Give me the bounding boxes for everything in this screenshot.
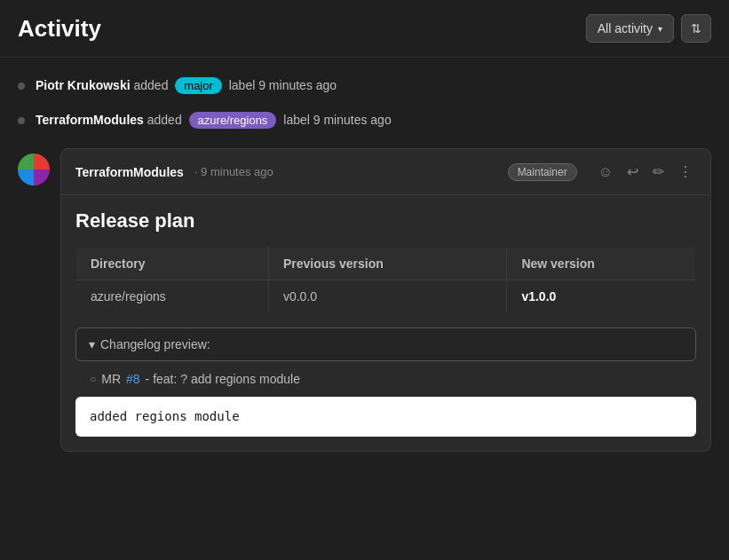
bullet-icon <box>18 117 25 124</box>
changelog-items: MR #8 - feat: ? add regions module <box>75 372 696 386</box>
changelog-label: Changelog preview: <box>100 337 210 351</box>
activity-author-2: TerraformModules <box>36 113 144 127</box>
role-badge: Maintainer <box>508 163 577 181</box>
code-block: added regions module <box>75 397 696 437</box>
comment-actions: ☺ ↩ ✏ ⋮ <box>595 160 696 184</box>
header-controls: All activity ▾ ⇅ <box>586 14 711 43</box>
changelog-triangle-icon: ▾ <box>89 337 95 351</box>
version-table: Directory Previous version New version a… <box>75 247 696 313</box>
list-item: TerraformModules added azure/regions lab… <box>18 103 711 138</box>
changelog-item: MR #8 - feat: ? add regions module <box>90 372 696 386</box>
table-row: azure/regions v0.0.0 v1.0.0 <box>76 280 696 313</box>
table-header-new-version: New version <box>507 248 696 280</box>
table-cell-prev-version: v0.0.0 <box>268 280 506 313</box>
emoji-button[interactable]: ☺ <box>595 161 616 184</box>
chevron-down-icon: ▾ <box>658 24 662 34</box>
activity-text-2: TerraformModules added azure/regions lab… <box>36 112 392 129</box>
azure-label-badge: azure/regions <box>189 112 277 129</box>
major-label-badge: major <box>175 77 222 94</box>
avatar <box>18 154 50 185</box>
page-title: Activity <box>18 15 101 43</box>
sort-icon: ⇅ <box>691 21 701 35</box>
list-item: Piotr Krukowski added major label 9 minu… <box>18 68 711 103</box>
activity-list: Piotr Krukowski added major label 9 minu… <box>0 58 729 148</box>
changelog-section: ▾ Changelog preview: <box>75 327 696 361</box>
all-activity-label: All activity <box>598 21 653 35</box>
comment-row: TerraformModules · 9 minutes ago Maintai… <box>0 148 729 469</box>
header: Activity All activity ▾ ⇅ <box>0 0 729 58</box>
comment-header: TerraformModules · 9 minutes ago Maintai… <box>61 149 710 195</box>
bullet-icon <box>18 83 25 90</box>
more-button[interactable]: ⋮ <box>675 160 696 184</box>
reply-button[interactable]: ↩ <box>623 160 642 184</box>
comment-body: Release plan Directory Previous version … <box>61 195 710 451</box>
table-header-directory: Directory <box>76 248 269 280</box>
sort-button[interactable]: ⇅ <box>681 14 711 43</box>
mr-link[interactable]: #8 <box>126 372 140 386</box>
comment-author: TerraformModules <box>75 165 184 179</box>
comment-time: · 9 minutes ago <box>194 165 273 178</box>
release-plan-title: Release plan <box>75 209 696 233</box>
changelog-header: ▾ Changelog preview: <box>89 337 683 351</box>
table-cell-directory: azure/regions <box>76 280 269 313</box>
edit-button[interactable]: ✏ <box>649 160 668 184</box>
activity-author-1: Piotr Krukowski <box>36 78 131 92</box>
table-cell-new-version: v1.0.0 <box>507 280 696 313</box>
activity-wrapper: Piotr Krukowski added major label 9 minu… <box>0 58 729 469</box>
code-content: added regions module <box>90 409 240 423</box>
all-activity-button[interactable]: All activity ▾ <box>586 14 674 43</box>
comment-card: TerraformModules · 9 minutes ago Maintai… <box>60 148 711 452</box>
table-header-prev-version: Previous version <box>268 248 506 280</box>
activity-text-1: Piotr Krukowski added major label 9 minu… <box>36 77 337 94</box>
